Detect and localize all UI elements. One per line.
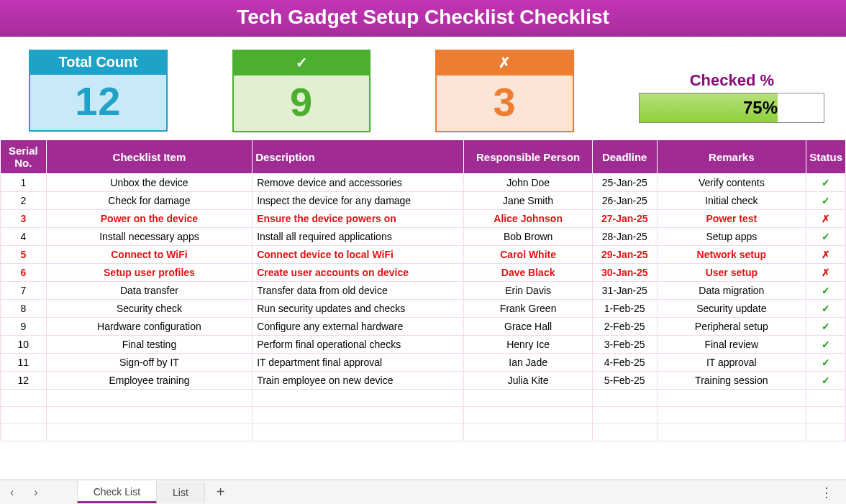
empty-cell[interactable] — [464, 424, 593, 441]
cell-desc[interactable]: Run security updates and checks — [253, 300, 464, 318]
empty-cell[interactable] — [806, 424, 846, 441]
cell-serial[interactable]: 1 — [1, 174, 47, 192]
cell-item[interactable]: Sign-off by IT — [46, 354, 252, 372]
table-row[interactable]: 10Final testingPerform final operational… — [1, 336, 846, 354]
cell-status[interactable]: ✓ — [806, 192, 846, 210]
empty-cell[interactable] — [657, 424, 806, 441]
cell-remarks[interactable]: Network setup — [657, 246, 806, 264]
cell-status[interactable]: ✓ — [806, 228, 846, 246]
cell-serial[interactable]: 11 — [1, 354, 47, 372]
tab-prev[interactable]: ‹ — [0, 486, 24, 499]
cell-remarks[interactable]: Peripheral setup — [657, 318, 806, 336]
cell-resp[interactable]: Grace Hall — [464, 318, 593, 336]
th-serial[interactable]: Serial No. — [1, 140, 47, 174]
cell-desc[interactable]: Ensure the device powers on — [253, 210, 464, 228]
table-row-empty[interactable] — [1, 424, 846, 441]
cell-deadline[interactable]: 25-Jan-25 — [592, 174, 657, 192]
table-row[interactable]: 2Check for damageInspect the device for … — [1, 192, 846, 210]
empty-cell[interactable] — [657, 390, 806, 407]
cell-remarks[interactable]: Power test — [657, 210, 806, 228]
cell-item[interactable]: Employee training — [46, 372, 252, 390]
cell-deadline[interactable]: 27-Jan-25 — [592, 210, 657, 228]
cell-resp[interactable]: Jane Smith — [464, 192, 593, 210]
cell-desc[interactable]: Install all required applications — [253, 228, 464, 246]
cell-remarks[interactable]: Final review — [657, 336, 806, 354]
cell-status[interactable]: ✗ — [806, 246, 846, 264]
empty-cell[interactable] — [46, 390, 252, 407]
table-row[interactable]: 4Install necessary appsInstall all requi… — [1, 228, 846, 246]
empty-cell[interactable] — [592, 424, 657, 441]
cell-serial[interactable]: 4 — [1, 228, 47, 246]
cell-remarks[interactable]: Setup apps — [657, 228, 806, 246]
cell-item[interactable]: Hardware configuration — [46, 318, 252, 336]
tab-next[interactable]: › — [24, 486, 47, 499]
cell-desc[interactable]: Configure any external hardware — [253, 318, 464, 336]
cell-status[interactable]: ✓ — [806, 354, 846, 372]
cell-status[interactable]: ✓ — [806, 336, 846, 354]
th-resp[interactable]: Responsible Person — [464, 140, 593, 174]
cell-serial[interactable]: 5 — [1, 246, 47, 264]
cell-status[interactable]: ✓ — [806, 300, 846, 318]
th-desc[interactable]: Description — [253, 140, 464, 174]
empty-cell[interactable] — [46, 424, 252, 441]
empty-cell[interactable] — [46, 407, 252, 424]
cell-item[interactable]: Power on the device — [46, 210, 252, 228]
cell-deadline[interactable]: 2-Feb-25 — [592, 318, 657, 336]
cell-deadline[interactable]: 4-Feb-25 — [592, 354, 657, 372]
cell-serial[interactable]: 6 — [1, 264, 47, 282]
empty-cell[interactable] — [657, 407, 806, 424]
cell-desc[interactable]: Inspect the device for any damage — [253, 192, 464, 210]
cell-deadline[interactable]: 1-Feb-25 — [592, 300, 657, 318]
cell-remarks[interactable]: Verify contents — [657, 174, 806, 192]
cell-desc[interactable]: Remove device and accessories — [253, 174, 464, 192]
th-item[interactable]: Checklist Item — [46, 140, 252, 174]
empty-cell[interactable] — [464, 390, 593, 407]
cell-status[interactable]: ✗ — [806, 210, 846, 228]
table-row-empty[interactable] — [1, 390, 846, 407]
cell-item[interactable]: Setup user profiles — [46, 264, 252, 282]
cell-resp[interactable]: Ian Jade — [464, 354, 593, 372]
th-remarks[interactable]: Remarks — [657, 140, 806, 174]
cell-remarks[interactable]: Security update — [657, 300, 806, 318]
cell-remarks[interactable]: Data migration — [657, 282, 806, 300]
table-row[interactable]: 7Data transferTransfer data from old dev… — [1, 282, 846, 300]
cell-serial[interactable]: 2 — [1, 192, 47, 210]
tab-add[interactable]: + — [205, 484, 237, 500]
cell-serial[interactable]: 8 — [1, 300, 47, 318]
table-row[interactable]: 11Sign-off by ITIT department final appr… — [1, 354, 846, 372]
cell-deadline[interactable]: 29-Jan-25 — [592, 246, 657, 264]
cell-resp[interactable]: Julia Kite — [464, 372, 593, 390]
cell-deadline[interactable]: 31-Jan-25 — [592, 282, 657, 300]
cell-resp[interactable]: Dave Black — [464, 264, 593, 282]
checklist-table[interactable]: Serial No. Checklist Item Description Re… — [0, 139, 846, 441]
cell-deadline[interactable]: 26-Jan-25 — [592, 192, 657, 210]
empty-cell[interactable] — [806, 407, 846, 424]
cell-remarks[interactable]: IT approval — [657, 354, 806, 372]
cell-desc[interactable]: IT department final approval — [253, 354, 464, 372]
th-status[interactable]: Status — [806, 140, 846, 174]
table-row[interactable]: 5Connect to WiFiConnect device to local … — [1, 246, 846, 264]
cell-status[interactable]: ✓ — [806, 318, 846, 336]
cell-resp[interactable]: Frank Green — [464, 300, 593, 318]
cell-status[interactable]: ✓ — [806, 282, 846, 300]
cell-item[interactable]: Data transfer — [46, 282, 252, 300]
cell-resp[interactable]: John Doe — [464, 174, 593, 192]
tab-more[interactable]: ⋮ — [807, 485, 846, 500]
cell-resp[interactable]: Carol White — [464, 246, 593, 264]
empty-cell[interactable] — [592, 390, 657, 407]
cell-item[interactable]: Security check — [46, 300, 252, 318]
cell-remarks[interactable]: Training session — [657, 372, 806, 390]
table-row[interactable]: 12Employee trainingTrain employee on new… — [1, 372, 846, 390]
tab-list[interactable]: List — [157, 482, 205, 503]
cell-item[interactable]: Check for damage — [46, 192, 252, 210]
empty-cell[interactable] — [253, 390, 464, 407]
cell-serial[interactable]: 9 — [1, 318, 47, 336]
cell-serial[interactable]: 10 — [1, 336, 47, 354]
empty-cell[interactable] — [253, 424, 464, 441]
cell-serial[interactable]: 12 — [1, 372, 47, 390]
cell-desc[interactable]: Perform final operational checks — [253, 336, 464, 354]
cell-deadline[interactable]: 30-Jan-25 — [592, 264, 657, 282]
th-dead[interactable]: Deadline — [592, 140, 657, 174]
table-row[interactable]: 9Hardware configurationConfigure any ext… — [1, 318, 846, 336]
cell-resp[interactable]: Bob Brown — [464, 228, 593, 246]
